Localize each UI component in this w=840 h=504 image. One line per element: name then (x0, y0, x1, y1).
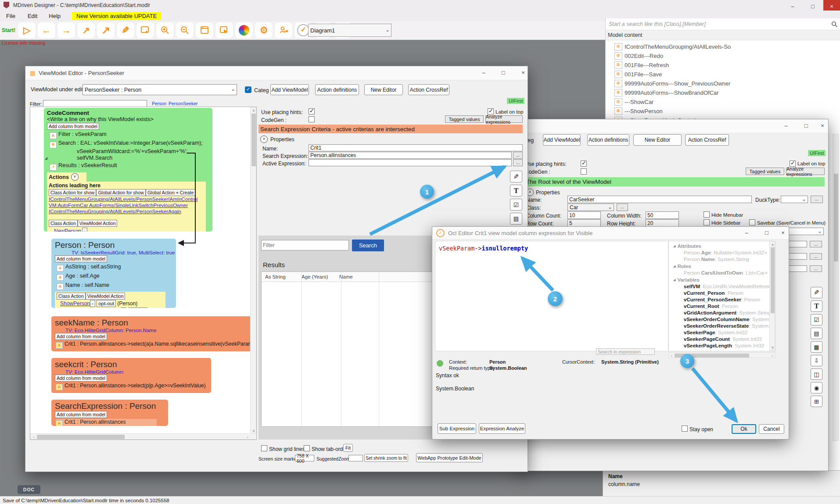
attributes-header[interactable]: Attributes (673, 243, 775, 250)
autoform-window-icon[interactable] (195, 22, 214, 39)
image-icon[interactable]: ◉ (811, 382, 822, 393)
model-content-item[interactable]: ⚙ 001File---Refresh (614, 61, 834, 70)
optout-button[interactable]: opt-out (128, 307, 147, 308)
seekcrit-box[interactable]: seekcrit : Person TV: Eco.HiliteGridColu… (51, 358, 211, 393)
class-action-button[interactable]: Class Action (49, 220, 78, 227)
icon-button[interactable]: ▫ (90, 300, 95, 307)
table-add-icon[interactable]: ▤ (811, 328, 822, 339)
edit-icon[interactable]: ✎ (510, 171, 522, 182)
seekname-box[interactable]: seekName : Person TV: Eco.HiliteGridColu… (51, 316, 254, 351)
diagram-panel[interactable]: CodeComment <Write a line on why this Vi… (30, 107, 257, 440)
filter-column[interactable]: Filter : vSeekParam (58, 131, 107, 137)
personseeker-link[interactable]: PersonSeeker (169, 101, 198, 106)
inspector-name-value[interactable]: column.name (608, 481, 640, 487)
win2-tagged-values-button[interactable]: Tagged values (746, 168, 784, 175)
add-column-button[interactable]: Add column from model (55, 375, 107, 382)
properties-collapse-icon[interactable]: ∧ (260, 136, 268, 143)
zoom-in-icon[interactable] (156, 22, 174, 39)
global-action-for-show-button[interactable]: Global Action for show (96, 189, 145, 196)
person-link[interactable]: Person (152, 101, 166, 106)
action-link[interactable]: VM:AutoFormCar AutoForms/SingleLinkSwitc… (49, 202, 204, 208)
forward-arrow-icon[interactable]: → (57, 22, 75, 39)
add-column-button[interactable]: Add column from model (55, 411, 107, 418)
win2-ellipsis-button-3[interactable]: ... (810, 265, 822, 272)
win2-ducktype-ellipsis-button[interactable]: ... (811, 196, 823, 203)
win2-action-definitions-button[interactable]: Action definitions (587, 134, 629, 146)
win2-hide-menubar-checkbox[interactable] (704, 211, 710, 218)
tree-vscrollbar[interactable]: ∧ ∨ (769, 241, 775, 351)
newperson-icon-button[interactable]: ▫ (82, 228, 87, 232)
viewmodel-action-button[interactable]: ViewModel Action (78, 220, 118, 227)
show-grid-checkbox[interactable] (261, 445, 267, 451)
win2-titlebar[interactable]: – □ × (519, 119, 828, 133)
win2-rowcount-field[interactable]: 5 (567, 219, 601, 227)
variable-item[interactable]: vSeekerOrderColumnName: System.String (684, 316, 775, 323)
combobox-icon[interactable]: ◫ (811, 368, 822, 380)
win2-rowheight-field[interactable]: 20 (646, 219, 679, 227)
diagram-select[interactable]: Diagram1 (308, 24, 391, 37)
win2-colcount-field[interactable]: 10 (567, 211, 601, 219)
search-column[interactable]: Search : EAL: vSeekIntValue:=Integer.Par… (58, 140, 203, 146)
search-expression-ellipsis-button[interactable]: ... (513, 152, 523, 159)
searchexpression-box[interactable]: SearchExpression : Person Add column fro… (51, 400, 168, 426)
add-viewmodel-button[interactable]: Add ViewModel (270, 84, 309, 95)
results-column[interactable]: Results : vSeekerResult (58, 162, 117, 168)
ocl-close-button[interactable]: × (777, 227, 789, 239)
model-content-item[interactable]: ⚙ IControlTheMenuGrouping/AtAllLevels-So (614, 42, 834, 51)
active-expression-field[interactable] (309, 159, 512, 166)
variable-item[interactable]: vCurrent_PersonSeeker: Person (684, 297, 775, 303)
add-column-button[interactable]: Add column from model (47, 123, 99, 130)
win2-new-editor-button[interactable]: New Editor (633, 134, 682, 146)
chevron-down-icon[interactable]: ∨ (71, 173, 79, 181)
win2-ellipsis-button-2[interactable]: ... (810, 253, 822, 260)
ocl-minimize-button[interactable]: – (737, 227, 756, 239)
variable-item[interactable]: vSeekerOrderReverseState: System.Boolea (684, 323, 775, 329)
roles-header[interactable]: Roles (673, 263, 775, 270)
win1-titlebar[interactable]: ▤ ViewModel Editor - PersonSeeker – □ × (25, 66, 528, 80)
win1-minimize-button[interactable]: – (474, 66, 493, 79)
back-arrow-icon[interactable]: ← (37, 22, 56, 39)
search-icon[interactable] (831, 21, 838, 28)
action-link[interactable]: IControlTheMenuGrouping/AtAllLevels/Pers… (49, 196, 204, 202)
variable-item[interactable]: vCurrent_Person: Person (684, 290, 775, 297)
model-content-item[interactable]: ⚙ ---ShowPerson (614, 107, 834, 116)
model-content-item[interactable]: ⚙ ---ShowCar (614, 97, 834, 107)
add-column-button[interactable]: Add column from model (55, 333, 107, 340)
menu-help[interactable]: Help (49, 13, 61, 19)
expression-analyze-button[interactable]: Expression Analyze (479, 423, 525, 434)
class-action-for-show-button[interactable]: Class Action for show (49, 189, 96, 196)
win2-ellipsis-button-1[interactable]: ... (810, 241, 822, 247)
association-arrow-icon[interactable]: ↗ (77, 22, 95, 39)
win2-class-combo[interactable]: Car (567, 204, 614, 211)
viewmodel-screen-icon[interactable] (136, 22, 154, 39)
class-action-button[interactable]: Class Action (57, 293, 86, 300)
action-crossref-button[interactable]: Action CrossRef (408, 84, 449, 95)
new-editor-button[interactable]: New Editor (364, 84, 403, 95)
show-tab-order-checkbox[interactable] (304, 445, 310, 451)
checkbox-icon[interactable]: ☑ (510, 199, 522, 211)
codegen-checkbox[interactable] (309, 116, 315, 122)
menu-edit[interactable]: Edit (28, 13, 37, 19)
calendar-icon[interactable]: ▦ (811, 341, 822, 353)
optout-button[interactable]: opt-out (97, 300, 116, 307)
checkbox-icon[interactable]: ☑ (811, 314, 822, 325)
edit-icon[interactable]: ✎ (811, 287, 822, 298)
fit-button[interactable]: Fit (343, 444, 353, 452)
sidebar-scrollbar[interactable] (833, 134, 839, 441)
diagram-hscrollbar[interactable]: ‹ › (30, 433, 257, 440)
model-content-item[interactable]: ⚙ 99999AutoForms---Show_PreviousOwner (614, 79, 834, 88)
search-button[interactable]: Search (352, 239, 384, 251)
filter-input[interactable] (43, 100, 147, 107)
settings-gears-icon[interactable]: ⚙ (255, 22, 273, 39)
import-icon[interactable]: ⇩ (811, 355, 822, 366)
add-column-button[interactable]: Add column from model (55, 255, 107, 262)
variables-header[interactable]: Variables (673, 276, 775, 283)
action-link[interactable]: IControlTheMenuGrouping/AtAllLevels/Pers… (49, 208, 204, 214)
variable-item[interactable]: vSeekerPage: System.Int32 (684, 329, 775, 336)
global-action-create-button[interactable]: Global Action + Create (146, 189, 195, 196)
model-content-item[interactable]: ⚙ 002Edit---Redo (614, 51, 834, 61)
variable-item[interactable]: vGridActionArgument: System.String (684, 310, 775, 316)
categ-checkbox[interactable] (245, 86, 251, 93)
win2-analyze-expressions-button[interactable]: Analyze expressions (786, 168, 825, 175)
start-label[interactable]: Start! (2, 27, 15, 33)
